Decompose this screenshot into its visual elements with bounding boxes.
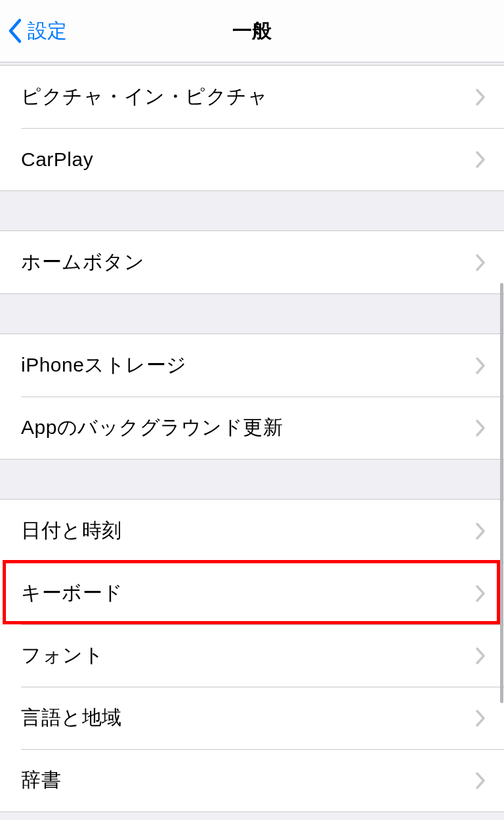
cell-fonts[interactable]: フォント bbox=[0, 624, 504, 687]
settings-scroll-area[interactable]: ピクチャ・イン・ピクチャ CarPlay ホームボタン iPhoneストレージ … bbox=[0, 62, 504, 820]
page-title: 一般 bbox=[232, 18, 272, 45]
cell-label: iPhoneストレージ bbox=[21, 352, 187, 379]
chevron-right-icon bbox=[475, 647, 486, 665]
cell-label: 言語と地域 bbox=[21, 704, 122, 731]
cell-keyboard[interactable]: キーボード bbox=[0, 562, 504, 624]
back-button[interactable]: 設定 bbox=[0, 18, 67, 45]
cell-label: ピクチャ・イン・ピクチャ bbox=[21, 83, 268, 110]
cell-label: ホームボタン bbox=[21, 249, 144, 276]
scrollbar-thumb[interactable] bbox=[500, 283, 503, 703]
section-gap bbox=[0, 294, 504, 334]
cell-label: 日付と時刻 bbox=[21, 517, 122, 544]
chevron-right-icon bbox=[475, 419, 486, 437]
cell-label: CarPlay bbox=[21, 148, 93, 171]
cell-background-app-refresh[interactable]: Appのバックグラウンド更新 bbox=[0, 397, 504, 459]
chevron-right-icon bbox=[475, 584, 486, 603]
cell-label: Appのバックグラウンド更新 bbox=[21, 414, 283, 441]
cell-label: フォント bbox=[21, 642, 104, 669]
cell-home-button[interactable]: ホームボタン bbox=[0, 231, 504, 293]
cell-iphone-storage[interactable]: iPhoneストレージ bbox=[0, 334, 504, 397]
back-label: 設定 bbox=[28, 18, 67, 45]
settings-group-2: ホームボタン bbox=[0, 230, 504, 294]
cell-dictionary[interactable]: 辞書 bbox=[0, 749, 504, 811]
chevron-right-icon bbox=[475, 771, 486, 790]
cell-carplay[interactable]: CarPlay bbox=[0, 128, 504, 190]
cell-pip[interactable]: ピクチャ・イン・ピクチャ bbox=[0, 66, 504, 128]
settings-group-4: 日付と時刻 キーボード フォント 言語と地域 辞書 bbox=[0, 499, 504, 812]
section-gap bbox=[0, 191, 504, 230]
cell-label: キーボード bbox=[21, 580, 123, 607]
section-gap bbox=[0, 460, 504, 499]
cell-label: 辞書 bbox=[21, 767, 61, 794]
cell-language-region[interactable]: 言語と地域 bbox=[0, 687, 504, 749]
settings-group-3: iPhoneストレージ Appのバックグラウンド更新 bbox=[0, 334, 504, 460]
chevron-left-icon bbox=[7, 18, 24, 44]
settings-group-1: ピクチャ・イン・ピクチャ CarPlay bbox=[0, 65, 504, 191]
chevron-right-icon bbox=[475, 88, 486, 106]
navigation-bar: 設定 一般 bbox=[0, 0, 504, 62]
cell-date-time[interactable]: 日付と時刻 bbox=[0, 500, 504, 562]
chevron-right-icon bbox=[475, 709, 486, 727]
chevron-right-icon bbox=[475, 253, 486, 272]
chevron-right-icon bbox=[475, 356, 486, 375]
chevron-right-icon bbox=[475, 150, 486, 169]
chevron-right-icon bbox=[475, 522, 486, 540]
